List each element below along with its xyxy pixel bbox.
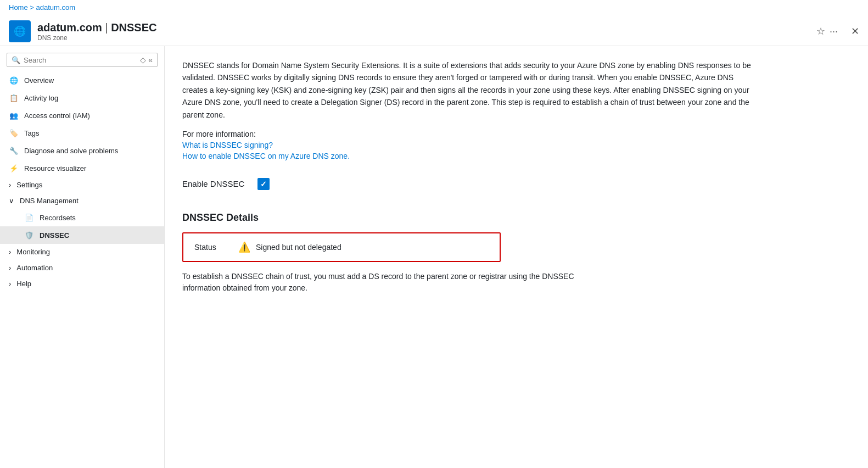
diagnose-icon: 🔧 bbox=[9, 146, 19, 155]
more-options-icon[interactable]: ··· bbox=[830, 26, 838, 37]
content-area: DNSSEC stands for Domain Name System Sec… bbox=[165, 46, 868, 468]
enable-dnssec-row: Enable DNSSEC bbox=[182, 178, 850, 190]
help-expand-icon: › bbox=[9, 280, 11, 288]
sidebar-label-activity-log: Activity log bbox=[24, 94, 58, 102]
main-layout: 🔍 ◇ « 🌐 Overview 📋 Activity log 👥 A bbox=[0, 46, 868, 468]
sidebar-item-visualizer[interactable]: ⚡ Resource visualizer bbox=[0, 159, 164, 177]
sidebar-label-dns-management: DNS Management bbox=[20, 197, 79, 205]
sidebar-section-settings[interactable]: › Settings bbox=[0, 177, 164, 193]
tags-icon: 🏷️ bbox=[9, 128, 19, 138]
sidebar-label-settings: Settings bbox=[16, 181, 42, 189]
favorite-icon[interactable]: ☆ bbox=[816, 25, 825, 37]
sidebar-item-iam[interactable]: 👥 Access control (IAM) bbox=[0, 107, 164, 124]
sidebar-label-tags: Tags bbox=[24, 129, 39, 137]
search-collapse-icon[interactable]: « bbox=[148, 55, 153, 64]
recordsets-icon: 📄 bbox=[24, 213, 34, 222]
dnssec-icon: 🛡️ bbox=[24, 230, 34, 240]
enable-dnssec-label: Enable DNSSEC bbox=[182, 179, 244, 188]
warning-icon: ⚠️ bbox=[238, 241, 250, 253]
sidebar-label-help: Help bbox=[16, 280, 31, 288]
more-info-label: For more information: bbox=[182, 130, 256, 138]
dnssec-details-title: DNSSEC Details bbox=[182, 212, 850, 224]
breadcrumb-separator: > bbox=[30, 3, 34, 12]
header-title-block: adatum.com | DNSSEC DNS zone bbox=[37, 21, 816, 42]
dns-expand-icon: ∨ bbox=[9, 197, 14, 205]
sidebar-section-help[interactable]: › Help bbox=[0, 276, 164, 292]
sidebar-section-automation[interactable]: › Automation bbox=[0, 260, 164, 276]
page-subtitle: DNS zone bbox=[37, 34, 816, 42]
sidebar-item-diagnose[interactable]: 🔧 Diagnose and solve problems bbox=[0, 142, 164, 159]
sidebar-item-activity-log[interactable]: 📋 Activity log bbox=[0, 89, 164, 107]
sidebar-label-visualizer: Resource visualizer bbox=[24, 164, 86, 172]
sidebar-item-recordsets[interactable]: 📄 Recordsets bbox=[0, 209, 164, 226]
search-pin-icon[interactable]: ◇ bbox=[140, 55, 146, 64]
overview-icon: 🌐 bbox=[9, 75, 19, 85]
search-input[interactable] bbox=[24, 56, 140, 64]
settings-expand-icon: › bbox=[9, 181, 11, 189]
sidebar-label-diagnose: Diagnose and solve problems bbox=[24, 147, 118, 155]
dnssec-details-section: DNSSEC Details Status ⚠️ Signed but not … bbox=[182, 212, 850, 294]
sidebar: 🔍 ◇ « 🌐 Overview 📋 Activity log 👥 A bbox=[0, 46, 165, 468]
breadcrumb-home[interactable]: Home bbox=[9, 3, 28, 12]
sidebar-label-iam: Access control (IAM) bbox=[24, 112, 90, 120]
sidebar-label-automation: Automation bbox=[16, 264, 53, 272]
sidebar-label-dnssec: DNSSEC bbox=[40, 231, 69, 239]
search-bar[interactable]: 🔍 ◇ « bbox=[7, 53, 158, 67]
search-actions: ◇ « bbox=[140, 55, 153, 64]
chain-trust-description: To establish a DNSSEC chain of trust, yo… bbox=[182, 271, 611, 294]
link-how-to-enable-dnssec[interactable]: How to enable DNSSEC on my Azure DNS zon… bbox=[182, 152, 850, 160]
enable-dnssec-checkbox[interactable] bbox=[257, 178, 270, 190]
iam-icon: 👥 bbox=[9, 110, 19, 120]
monitoring-expand-icon: › bbox=[9, 248, 11, 256]
sidebar-item-dnssec[interactable]: 🛡️ DNSSEC bbox=[0, 226, 164, 244]
sidebar-section-dns-management[interactable]: ∨ DNS Management bbox=[0, 193, 164, 209]
sidebar-item-overview[interactable]: 🌐 Overview bbox=[0, 71, 164, 89]
visualizer-icon: ⚡ bbox=[9, 163, 19, 173]
sidebar-label-overview: Overview bbox=[24, 76, 54, 85]
page-header: 🌐 adatum.com | DNSSEC DNS zone ☆ ··· ✕ bbox=[0, 15, 868, 46]
breadcrumb-current[interactable]: adatum.com bbox=[36, 3, 76, 12]
sidebar-item-tags[interactable]: 🏷️ Tags bbox=[0, 124, 164, 142]
status-value: ⚠️ Signed but not delegated bbox=[238, 241, 341, 253]
dnssec-description: DNSSEC stands for Domain Name System Sec… bbox=[182, 59, 759, 121]
status-box: Status ⚠️ Signed but not delegated bbox=[182, 232, 501, 262]
sidebar-label-recordsets: Recordsets bbox=[40, 214, 76, 222]
search-icon: 🔍 bbox=[12, 56, 20, 64]
sidebar-section-monitoring[interactable]: › Monitoring bbox=[0, 244, 164, 260]
sidebar-label-monitoring: Monitoring bbox=[16, 248, 50, 256]
page-title: adatum.com | DNSSEC bbox=[37, 21, 816, 34]
close-icon[interactable]: ✕ bbox=[851, 25, 859, 37]
svg-text:🌐: 🌐 bbox=[14, 25, 26, 37]
header-actions: ☆ ··· bbox=[816, 25, 838, 37]
status-label: Status bbox=[194, 243, 238, 252]
breadcrumb: Home > adatum.com bbox=[0, 0, 868, 15]
automation-expand-icon: › bbox=[9, 264, 11, 272]
more-info-section: For more information: What is DNSSEC sig… bbox=[182, 130, 850, 160]
activity-log-icon: 📋 bbox=[9, 93, 19, 103]
dns-zone-icon: 🌐 bbox=[9, 20, 31, 42]
link-what-is-dnssec[interactable]: What is DNSSEC signing? bbox=[182, 141, 850, 149]
status-text: Signed but not delegated bbox=[256, 243, 341, 252]
